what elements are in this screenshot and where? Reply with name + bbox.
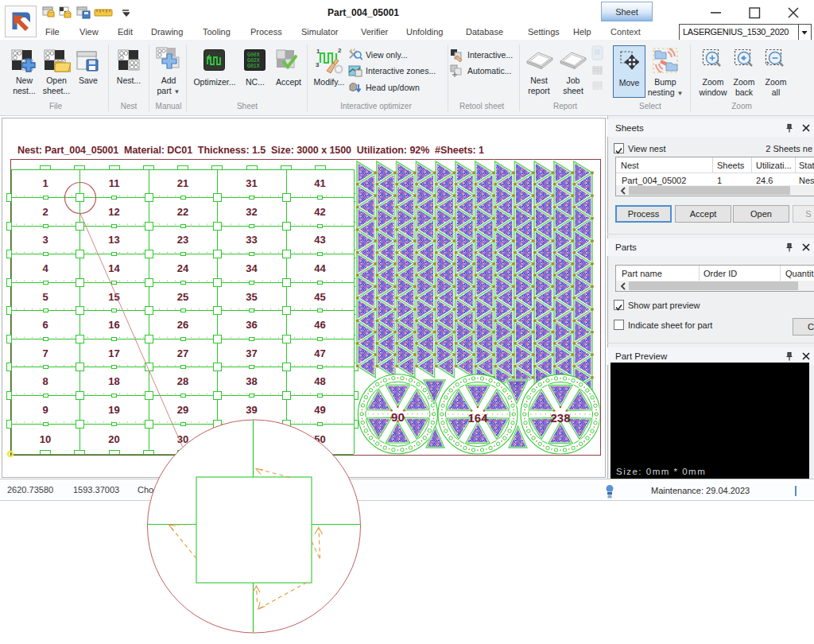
- svg-text:3: 3: [316, 61, 320, 68]
- svg-text:32: 32: [246, 206, 257, 218]
- svg-text:31: 31: [246, 177, 257, 189]
- svg-text:16: 16: [108, 319, 119, 331]
- svg-text:2: 2: [42, 206, 48, 218]
- svg-text:26: 26: [177, 319, 188, 331]
- svg-text:28: 28: [177, 375, 188, 387]
- svg-text:41: 41: [314, 177, 325, 189]
- svg-text:47: 47: [314, 347, 325, 359]
- svg-text:22: 22: [177, 206, 188, 218]
- svg-text:Nest: Part_004_05001 Material: Nest: Part_004_05001 Material: DC01 Thic…: [17, 145, 484, 156]
- svg-text:43: 43: [314, 234, 325, 246]
- svg-text:6: 6: [42, 319, 48, 331]
- svg-text:238: 238: [550, 411, 570, 425]
- svg-text:33: 33: [246, 234, 257, 246]
- svg-text:90: 90: [391, 410, 405, 424]
- svg-text:35: 35: [246, 291, 257, 303]
- svg-text:46: 46: [314, 319, 325, 331]
- svg-text:10: 10: [40, 433, 51, 445]
- svg-text:23: 23: [177, 234, 188, 246]
- svg-text:17: 17: [108, 347, 119, 359]
- svg-text:27: 27: [177, 347, 188, 359]
- svg-text:18: 18: [108, 375, 119, 387]
- svg-text:44: 44: [314, 262, 326, 274]
- svg-text:13: 13: [108, 234, 119, 246]
- svg-text:34: 34: [246, 262, 258, 274]
- svg-text:G02X: G02X: [247, 58, 260, 64]
- svg-text:20: 20: [108, 433, 119, 445]
- svg-text:42: 42: [314, 206, 325, 218]
- svg-text:48: 48: [314, 375, 325, 387]
- svg-text:5: 5: [42, 291, 48, 303]
- svg-text:G00X: G00X: [247, 52, 260, 58]
- svg-text:12: 12: [108, 206, 119, 218]
- svg-text:3: 3: [42, 234, 48, 246]
- svg-text:G01X: G01X: [247, 64, 260, 69]
- svg-text:8: 8: [42, 375, 48, 387]
- svg-text:164: 164: [467, 411, 488, 425]
- svg-text:7: 7: [42, 347, 48, 359]
- svg-text:45: 45: [314, 291, 325, 303]
- svg-text:2: 2: [338, 47, 342, 54]
- svg-text:1: 1: [42, 177, 48, 189]
- svg-text:19: 19: [108, 404, 119, 416]
- svg-text:11: 11: [109, 177, 120, 189]
- svg-text:9: 9: [42, 404, 48, 416]
- svg-text:14: 14: [108, 262, 120, 274]
- svg-text:24: 24: [177, 262, 189, 274]
- svg-text:37: 37: [246, 347, 257, 359]
- svg-text:4: 4: [42, 262, 48, 274]
- svg-text:21: 21: [177, 177, 188, 189]
- svg-text:38: 38: [246, 375, 257, 387]
- svg-text:25: 25: [177, 291, 188, 303]
- svg-text:36: 36: [246, 319, 257, 331]
